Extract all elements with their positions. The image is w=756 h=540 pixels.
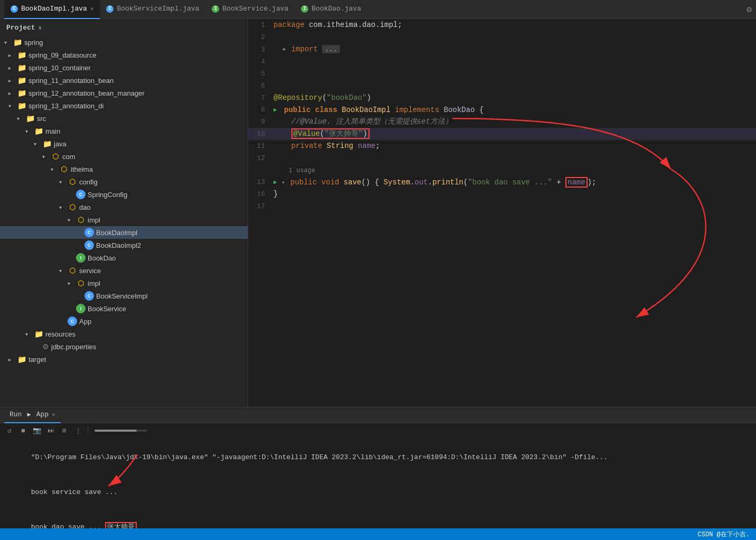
run-gutter-icon: ▶ [273, 104, 282, 116]
step-button[interactable]: ⏭ [45, 425, 56, 436]
sidebar-label-jdbc: jdbc.properties [51, 343, 96, 351]
sidebar-item-service[interactable]: ▾ ⬡ service [0, 264, 248, 277]
sidebar-item-jdbc[interactable]: ▸ ⚙ jdbc.properties [0, 340, 248, 353]
editor-area[interactable]: 1 package com.itheima.dao.impl; 2 3 ▸ im… [248, 19, 756, 407]
run-tab-label: Run [10, 411, 22, 418]
line-7: 7 @Repository("bookDao") [248, 92, 756, 104]
sidebar-item-spring10[interactable]: ▸ 📁 spring_10_container [0, 61, 248, 74]
console-line-dao: book dao save ... 张大帅哥 [6, 510, 750, 528]
tab-label-bookservice: BookService.java [222, 5, 288, 13]
sidebar-item-bookserviceimpl[interactable]: ▸ C BookServiceImpl [0, 290, 248, 302]
status-watermark: CSDN @在下小吉. [698, 530, 750, 539]
sidebar-item-bookdaoimpl[interactable]: ▸ C BookDaoImpl [0, 226, 248, 239]
sidebar-label-java: java [54, 140, 67, 148]
run-config-label: App [36, 411, 49, 418]
console-output[interactable]: "D:\Program Files\Java\jdk-19\bin\java.e… [0, 438, 756, 528]
folder-icon-spring: 📁 [13, 38, 22, 47]
sidebar-tree[interactable]: ▾ 📁 spring ▸ 📁 spring_09_datasource ▸ 📁 … [0, 36, 248, 407]
run-icon: ▶ [27, 411, 31, 418]
sidebar-label-impl-service: impl [88, 280, 100, 287]
tab-bookdao[interactable]: I BookDao.java [295, 0, 367, 19]
sidebar-item-spring09[interactable]: ▸ 📁 spring_09_datasource [0, 49, 248, 61]
line-11: 11 private String name; [248, 140, 756, 152]
line-2: 2 [248, 31, 756, 43]
sidebar-title: Project [6, 24, 35, 32]
sidebar-label-main: main [45, 127, 60, 135]
sidebar-label-itheima: itheima [71, 165, 93, 173]
folder-icon-resources: 📁 [34, 329, 43, 339]
stop-button[interactable]: ■ [18, 425, 29, 436]
more-button[interactable]: ⋮ [73, 425, 83, 436]
tab-icon-bookdaoimpl: C [11, 5, 18, 13]
tab-bookserviceimpl[interactable]: C BookServiceImpl.java [100, 0, 205, 19]
tab-close-bookdaoimpl[interactable]: ✕ [90, 5, 94, 12]
sidebar-item-impl-dao[interactable]: ▾ ⬡ impl [0, 213, 248, 226]
sidebar-chevron-icon[interactable]: ∨ [39, 24, 42, 31]
sidebar-label-bookdaoimpl: BookDaoImpl [96, 229, 137, 237]
sidebar-item-spring11[interactable]: ▸ 📁 spring_11_annotation_bean [0, 74, 248, 87]
line-6: 6 [248, 80, 756, 92]
sidebar-item-bookservice[interactable]: ▸ I BookService [0, 302, 248, 315]
sidebar-item-src[interactable]: ▾ 📁 src [0, 112, 248, 125]
sidebar-item-springconfig[interactable]: ▸ C SpringConfig [0, 188, 248, 201]
sidebar-item-spring12[interactable]: ▸ 📁 spring_12_annotation_bean_manager [0, 87, 248, 99]
sidebar-label-target: target [29, 356, 46, 364]
tab-icon-bookserviceimpl: C [106, 5, 114, 13]
package-icon-impl-service: ⬡ [76, 278, 86, 288]
class-icon-app: C [68, 316, 77, 326]
console-text-service: book service save ... [31, 488, 118, 496]
chevron-down-icon: ▾ [34, 141, 42, 147]
sidebar-item-dao[interactable]: ▾ ⬡ dao [0, 201, 248, 213]
sidebar-item-itheima[interactable]: ▾ ⬡ itheima [0, 163, 248, 175]
folder-icon-target: 📁 [17, 355, 26, 364]
sidebar-label-spring12: spring_12_annotation_bean_manager [29, 89, 145, 97]
progress-track [94, 430, 147, 432]
sidebar-item-app[interactable]: ▸ C App [0, 315, 248, 328]
folder-icon-spring12: 📁 [17, 88, 26, 98]
sidebar-item-bookdaoimpl2[interactable]: ▸ C BookDaoImpl2 [0, 239, 248, 252]
chevron-down-icon: ▾ [17, 116, 25, 122]
camera-button[interactable]: 📷 [32, 425, 42, 436]
package-icon-com: ⬡ [51, 152, 60, 161]
folder-icon-spring10: 📁 [17, 63, 26, 72]
sidebar-item-main[interactable]: ▾ 📁 main [0, 125, 248, 137]
chevron-right-icon: ▸ [8, 65, 17, 71]
package-icon-itheima: ⬡ [59, 164, 69, 174]
sidebar-label-spring10: spring_10_container [29, 64, 91, 72]
sidebar-item-bookdao[interactable]: ▸ I BookDao [0, 252, 248, 264]
output-button[interactable]: ⊞ [59, 425, 70, 436]
sidebar-item-spring[interactable]: ▾ 📁 spring [0, 36, 248, 49]
folder-icon-main: 📁 [34, 126, 43, 136]
sidebar-item-spring13[interactable]: ▾ 📁 spring_13_annotation_di [0, 99, 248, 112]
folder-icon-src: 📁 [25, 114, 35, 123]
package-icon-dao: ⬡ [68, 202, 77, 212]
restart-button[interactable]: ↺ [4, 425, 15, 436]
folder-icon-spring09: 📁 [17, 50, 26, 60]
line-1: 1 package com.itheima.dao.impl; [248, 19, 756, 31]
line-12: 12 [248, 152, 756, 164]
sidebar-item-target[interactable]: ▸ 📁 target [0, 353, 248, 366]
line-13-usage: 13 1 usage [248, 164, 756, 176]
class-icon-bookdaoimpl: C [84, 228, 94, 237]
progress-fill [94, 430, 137, 432]
sidebar-label-bookserviceimpl: BookServiceImpl [96, 292, 148, 300]
sidebar-label-service: service [79, 267, 101, 275]
folder-icon-java: 📁 [42, 139, 52, 148]
chevron-down-icon: ▾ [59, 204, 68, 210]
sidebar-item-impl-service[interactable]: ▾ ⬡ impl [0, 277, 248, 290]
sidebar-item-resources[interactable]: ▾ 📁 resources [0, 328, 248, 340]
sidebar-item-com[interactable]: ▾ ⬡ com [0, 150, 248, 163]
sidebar-label-src: src [37, 115, 46, 123]
sidebar-item-java[interactable]: ▾ 📁 java [0, 137, 248, 150]
tab-label-bookdao: BookDao.java [311, 5, 361, 13]
tab-bookservice[interactable]: I BookService.java [205, 0, 295, 19]
tab-bookdaoimpl[interactable]: C BookDaoImpl.java ✕ [4, 0, 100, 19]
sidebar-label-bookservice: BookService [88, 305, 126, 313]
sidebar-label-bookdaoimpl2: BookDaoImpl2 [96, 241, 141, 249]
run-tab-close[interactable]: ✕ [52, 411, 55, 418]
bottom-toolbar: ↺ ■ 📷 ⏭ ⊞ ⋮ [0, 423, 756, 438]
sidebar-item-config[interactable]: ▾ ⬡ config [0, 175, 248, 188]
tab-run[interactable]: Run ▶ App ✕ [4, 407, 61, 423]
sidebar: Project ∨ ▾ 📁 spring ▸ 📁 spring_09_datas… [0, 19, 248, 407]
settings-icon[interactable]: ⚙ [746, 4, 752, 15]
